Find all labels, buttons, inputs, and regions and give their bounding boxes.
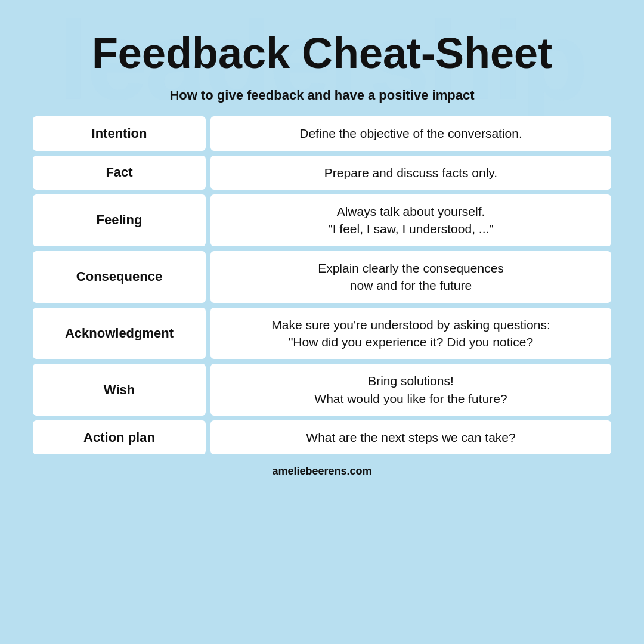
row-description-2: Always talk about yourself. "I feel, I s… (210, 194, 611, 246)
page-wrapper: leadership Feedback Cheat-Sheet How to g… (0, 0, 644, 644)
table-row: FeelingAlways talk about yourself. "I fe… (33, 194, 611, 246)
table-row: AcknowledgmentMake sure you're understoo… (33, 308, 611, 360)
page-title: Feedback Cheat-Sheet (92, 30, 552, 77)
table-row: WishBring solutions! What would you like… (33, 364, 611, 416)
row-label-5: Wish (33, 364, 206, 416)
row-label-6: Action plan (33, 420, 206, 454)
content-table: IntentionDefine the objective of the con… (33, 116, 611, 454)
row-label-0: Intention (33, 116, 206, 150)
table-row: IntentionDefine the objective of the con… (33, 116, 611, 150)
row-description-4: Make sure you're understood by asking qu… (210, 308, 611, 360)
row-description-5: Bring solutions! What would you like for… (210, 364, 611, 416)
row-label-2: Feeling (33, 194, 206, 246)
table-row: FactPrepare and discuss facts only. (33, 156, 611, 190)
row-label-4: Acknowledgment (33, 308, 206, 360)
page-subtitle: How to give feedback and have a positive… (169, 88, 474, 103)
row-label-3: Consequence (33, 251, 206, 303)
table-row: ConsequenceExplain clearly the consequen… (33, 251, 611, 303)
row-label-1: Fact (33, 156, 206, 190)
row-description-3: Explain clearly the consequences now and… (210, 251, 611, 303)
footer-text: ameliebeerens.com (272, 465, 371, 478)
row-description-6: What are the next steps we can take? (210, 420, 611, 454)
row-description-0: Define the objective of the conversation… (210, 116, 611, 150)
row-description-1: Prepare and discuss facts only. (210, 156, 611, 190)
table-row: Action planWhat are the next steps we ca… (33, 420, 611, 454)
